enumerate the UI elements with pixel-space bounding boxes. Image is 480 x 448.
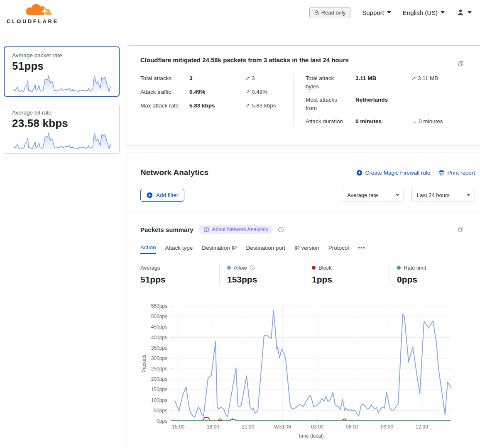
series-stat-label: Average [140,265,219,271]
x-tickmark [317,421,318,423]
y-tick-label: 100pps [151,397,167,403]
stat-value: 0.49% [189,88,245,96]
series-stat-value: 153pps [227,275,304,285]
metric-card-bit-rate[interactable]: Average bit rate 23.58 kbps [4,104,120,154]
chevron-down-icon [396,194,399,196]
packets-summary-title: Packets summary [140,226,193,233]
y-tick-label: 300pps [151,355,167,361]
rate-select[interactable]: Average rate [342,188,404,202]
series-stat-label: Rate limit [397,265,474,271]
tab-ip-version[interactable]: IP version [294,245,319,253]
time-range-select[interactable]: Last 24 hours [411,188,475,202]
series-line-block [171,417,451,421]
stat-value: 0 minutes [355,117,411,126]
metric-sidebar: Average packet rate 51pps Average bit ra… [4,46,120,161]
tab-destination-port[interactable]: Destination port [246,245,285,253]
x-tickmark [248,421,248,423]
series-stat-name: Block [318,265,332,271]
stat-trend: ↗3 [245,74,255,83]
about-network-analytics-pill[interactable]: About Network Analytics [198,225,273,234]
stat-value: 3.11 MB [355,74,411,90]
create-magic-firewall-rule-link[interactable]: Create Magic Firewall rule [356,170,430,176]
x-tickmark [352,421,353,423]
series-stat-rate-limit: Rate limit0pps [389,264,474,285]
attack-stats-right: Total attack bytes3.11 MB↗3.11 MBMost at… [294,74,474,126]
y-tick-label: 550pps [151,303,167,309]
x-tick-label: 15:00 [172,424,184,430]
stat-label: Total attacks [140,74,189,83]
attack-summary-title: Cloudflare mitigated 24.58k packets from… [140,56,474,63]
stat-trend: ↗0.49% [245,88,267,96]
stat-trend: ↗5.83 kbps [245,102,276,110]
bit-rate-sparkline [12,131,111,151]
trend-arrow-icon: → [411,118,417,124]
copy-panel-icon[interactable] [458,226,464,232]
x-tickmark [422,421,422,423]
series-color-dot [312,266,316,270]
metric-title: Average packet rate [12,52,111,58]
series-stat-value: 1pps [312,275,389,285]
rate-select-value: Average rate [347,192,378,198]
y-tick-label: 350pps [151,345,167,351]
read-only-label: Read only [321,10,346,16]
series-stat-name: Rate limit [404,265,426,271]
print-report-link[interactable]: Print report [438,170,475,176]
chevron-down-icon [387,11,391,14]
plus-circle-icon [147,192,153,198]
attack-summary-card: Cloudflare mitigated 24.58k packets from… [127,45,480,146]
more-tabs-button[interactable]: ••• [358,245,365,253]
chart-plot-area [171,306,451,421]
time-range-value: Last 24 hours [417,192,450,198]
trend-arrow-icon: ↗ [245,89,250,95]
read-only-badge[interactable]: Read only [309,7,351,18]
series-stat-name: Average [140,265,160,271]
chevron-down-icon [468,11,472,14]
stat-value: 5.83 kbps [189,102,245,110]
create-rule-label: Create Magic Firewall rule [365,170,430,176]
chevron-down-icon [467,194,470,196]
packet-rate-sparkline [12,74,111,93]
stat-row: Most attacks fromNetherlands [306,96,474,112]
y-tick-label: 0pps [157,418,167,424]
metric-value: 23.58 kbps [12,117,111,130]
cloudflare-logo[interactable]: CLOUDFLARE [7,2,60,24]
metric-card-packet-rate[interactable]: Average packet rate 51pps [4,46,120,97]
x-tickmark [178,421,179,423]
tab-action[interactable]: Action [140,244,156,254]
y-axis-ticks: 0pps50pps100pps150pps200pps250pps300pps3… [148,306,171,421]
tab-attack-type[interactable]: Attack type [165,245,193,253]
support-menu[interactable]: Support [362,9,391,16]
x-tickmark [282,421,283,423]
packets-chart: Packets 0pps50pps100pps150pps200pps250pp… [140,306,474,439]
x-axis-ticks: 15:0018:0021:00Wed 0603:0006:0009:0012:0… [171,424,451,431]
stat-row: Total attacks3↗3 [140,74,293,83]
stat-label: Total attack bytes [306,74,349,90]
account-menu[interactable] [456,8,472,17]
copy-panel-icon[interactable] [458,61,464,67]
x-tick-label: 21:00 [242,424,254,430]
stat-trend: ↗3.11 MB [411,74,438,90]
x-tick-label: 03:00 [311,424,323,430]
add-filter-label: Add filter [156,192,178,198]
y-axis-title: Packets [140,306,148,421]
add-filter-button[interactable]: Add filter [140,189,184,202]
metric-value: 51pps [12,60,111,73]
series-stat-block: Block1pps [304,264,389,285]
top-header: CLOUDFLARE Read only Support English (US… [0,0,480,25]
info-icon[interactable] [250,265,255,270]
series-stats-row: Average51ppsAllow153ppsBlock1ppsRate lim… [140,264,474,285]
stat-row: Max attack rate5.83 kbps↗5.83 kbps [140,102,293,110]
y-tick-label: 50pps [154,408,167,414]
y-tick-label: 400pps [151,335,167,341]
history-clock-icon[interactable] [278,226,284,233]
packets-summary-section: Packets summary About Network Analytics [127,212,480,448]
tab-destination-ip[interactable]: Destination IP [202,245,237,253]
tab-protocol[interactable]: Protocol [328,245,349,253]
series-stat-label: Block [312,265,389,271]
stat-label: Attack duration [306,117,349,126]
stat-value: Netherlands [355,96,411,112]
lock-icon [314,10,319,15]
y-tick-label: 250pps [151,366,167,372]
stat-label: Most attacks from [306,96,349,112]
language-menu[interactable]: English (US) [403,9,445,16]
